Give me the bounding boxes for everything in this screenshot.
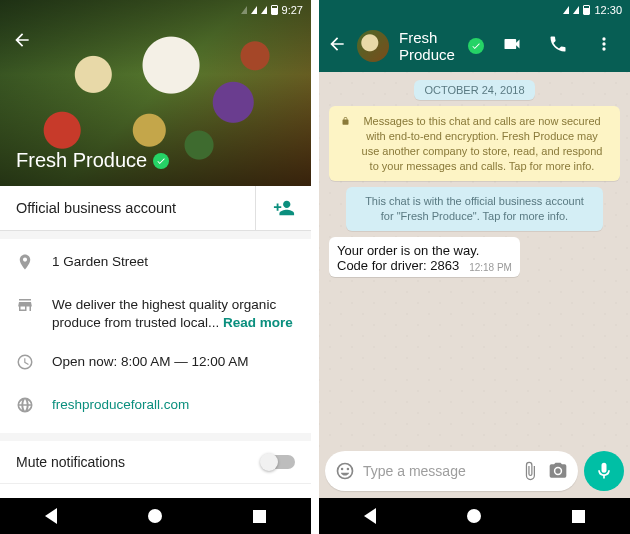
website-row[interactable]: freshproduceforall.com bbox=[0, 386, 311, 429]
chat-title[interactable]: Fresh Produce bbox=[399, 29, 484, 63]
status-time: 12:30 bbox=[594, 4, 622, 16]
avatar[interactable] bbox=[357, 30, 389, 62]
android-nav-bar bbox=[319, 498, 630, 534]
hours-text: Open now: 8:00 AM — 12:00 AM bbox=[52, 353, 249, 371]
mute-notifications-row[interactable]: Mute notifications bbox=[0, 441, 311, 484]
chat-messages-area[interactable]: OCTOBER 24, 2018 Messages to this chat a… bbox=[319, 72, 630, 450]
nav-recent-button[interactable] bbox=[572, 510, 585, 523]
nav-recent-button[interactable] bbox=[253, 510, 266, 523]
mic-icon bbox=[594, 461, 614, 481]
chat-screen: 12:30 Fresh Produce OCTOBER 24, 2018 Mes… bbox=[319, 0, 630, 534]
website-link[interactable]: freshproduceforall.com bbox=[52, 396, 189, 414]
battery-icon bbox=[583, 5, 590, 15]
wifi-icon bbox=[563, 6, 569, 14]
address-row[interactable]: 1 Garden Street bbox=[0, 243, 311, 286]
video-call-button[interactable] bbox=[494, 34, 530, 58]
back-button[interactable] bbox=[12, 30, 32, 50]
camera-icon[interactable] bbox=[548, 461, 568, 481]
notification-settings-card: Mute notifications Custom notitications bbox=[0, 441, 311, 498]
nav-home-button[interactable] bbox=[148, 509, 162, 523]
mute-label: Mute notifications bbox=[16, 454, 125, 470]
message-line: Your order is on the way. bbox=[337, 243, 512, 258]
read-more-link[interactable]: Read more bbox=[223, 315, 293, 330]
status-bar: 12:30 bbox=[319, 0, 630, 20]
status-bar: 9:27 bbox=[0, 0, 311, 20]
custom-notifications-row[interactable]: Custom notitications bbox=[0, 484, 311, 498]
mute-toggle[interactable] bbox=[261, 455, 295, 469]
back-arrow-icon bbox=[327, 34, 347, 54]
nav-home-button[interactable] bbox=[467, 509, 481, 523]
address-text: 1 Garden Street bbox=[52, 253, 148, 271]
lock-icon bbox=[341, 115, 350, 130]
nav-back-button[interactable] bbox=[45, 508, 57, 524]
attach-icon[interactable] bbox=[520, 461, 540, 481]
status-time: 9:27 bbox=[282, 4, 303, 16]
message-input[interactable]: Type a message bbox=[325, 451, 578, 491]
verified-badge-icon bbox=[153, 153, 169, 169]
back-button[interactable] bbox=[327, 34, 347, 58]
description-text: We deliver the highest quality organic p… bbox=[52, 296, 295, 332]
more-vertical-icon bbox=[594, 34, 614, 54]
location-icon bbox=[16, 253, 34, 276]
account-type-row: Official business account bbox=[0, 186, 311, 231]
profile-screen: 9:27 Fresh Produce Official business acc… bbox=[0, 0, 311, 534]
phone-icon bbox=[548, 34, 568, 54]
back-arrow-icon bbox=[12, 30, 32, 50]
profile-header-image: Fresh Produce bbox=[0, 0, 311, 186]
emoji-icon[interactable] bbox=[335, 461, 355, 481]
android-nav-bar bbox=[0, 498, 311, 534]
profile-title: Fresh Produce bbox=[16, 149, 169, 172]
chat-input-bar: Type a message bbox=[319, 450, 630, 498]
encryption-notice[interactable]: Messages to this chat and calls are now … bbox=[329, 106, 620, 181]
video-icon bbox=[502, 34, 522, 54]
signal-empty-icon bbox=[241, 6, 247, 14]
store-icon bbox=[16, 296, 34, 319]
message-bubble[interactable]: Your order is on the way. Code for drive… bbox=[329, 237, 520, 277]
account-type-label: Official business account bbox=[0, 186, 255, 230]
message-line: Code for driver: 2863 bbox=[337, 258, 459, 273]
hours-row[interactable]: Open now: 8:00 AM — 12:00 AM bbox=[0, 343, 311, 386]
date-divider: OCTOBER 24, 2018 bbox=[414, 80, 534, 100]
voice-record-button[interactable] bbox=[584, 451, 624, 491]
signal-icon bbox=[251, 6, 257, 14]
input-placeholder: Type a message bbox=[363, 463, 512, 479]
clock-icon bbox=[16, 353, 34, 376]
battery-icon bbox=[271, 5, 278, 15]
add-contact-icon bbox=[273, 197, 295, 219]
chat-name: Fresh Produce bbox=[399, 29, 463, 63]
wifi-icon bbox=[261, 6, 267, 14]
verified-badge-icon bbox=[468, 38, 484, 54]
more-menu-button[interactable] bbox=[586, 34, 622, 58]
description-row[interactable]: We deliver the highest quality organic p… bbox=[0, 286, 311, 342]
voice-call-button[interactable] bbox=[540, 34, 576, 58]
signal-icon bbox=[573, 6, 579, 14]
profile-content: Official business account 1 Garden Stree… bbox=[0, 186, 311, 498]
globe-icon bbox=[16, 396, 34, 419]
business-info-card: 1 Garden Street We deliver the highest q… bbox=[0, 239, 311, 433]
official-account-notice[interactable]: This chat is with the official business … bbox=[346, 187, 602, 231]
message-time: 12:18 PM bbox=[469, 262, 512, 273]
chat-header: Fresh Produce bbox=[319, 20, 630, 72]
encryption-text: Messages to this chat and calls are now … bbox=[356, 114, 608, 173]
nav-back-button[interactable] bbox=[364, 508, 376, 524]
business-name: Fresh Produce bbox=[16, 149, 147, 172]
add-contact-button[interactable] bbox=[255, 186, 311, 230]
